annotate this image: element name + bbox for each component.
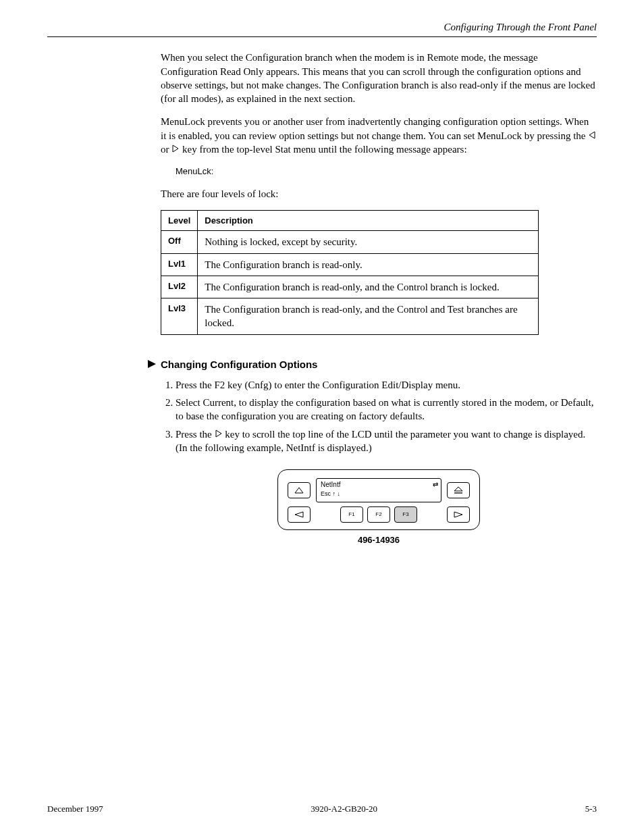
- menulock-levels-table: Level Description Off Nothing is locked,…: [161, 210, 539, 335]
- desc-cell: Nothing is locked, except by security.: [198, 231, 539, 253]
- triangle-right-outline-icon: [454, 511, 463, 518]
- svg-marker-1: [173, 145, 178, 152]
- panel-up-button: [288, 482, 311, 498]
- footer-date: December 1997: [47, 803, 103, 815]
- triangle-right-outline-icon: [171, 144, 180, 156]
- menulock-message: MenuLck:: [176, 165, 597, 178]
- table-header-row: Level Description: [161, 210, 539, 231]
- desc-cell: The Configuration branch is read-only.: [198, 253, 539, 276]
- svg-marker-4: [295, 488, 303, 493]
- panel-f3-button: F3: [394, 506, 417, 523]
- f3-label: F3: [402, 512, 408, 517]
- svg-marker-2: [148, 360, 156, 368]
- triangle-left-outline-icon: [588, 130, 596, 142]
- panel-caption: 496-14936: [161, 534, 597, 546]
- svg-marker-3: [216, 430, 221, 437]
- step-3: Press the key to scroll the top line of …: [176, 427, 597, 455]
- lcd-line-1: NetIntf: [321, 480, 437, 490]
- triangle-left-outline-icon: [294, 511, 304, 518]
- lcd-screen: NetIntf Esc ↑ ↓ ⇄: [316, 478, 441, 502]
- panel-f2-button: F2: [367, 506, 390, 523]
- f1-label: F1: [348, 512, 354, 517]
- step-1: Press the F2 key (Cnfg) to enter the Con…: [176, 378, 597, 392]
- header-rule: [47, 36, 597, 37]
- step-2: Select Current, to display the configura…: [176, 396, 597, 423]
- menulock-paragraph-2: There are four levels of lock:: [161, 187, 597, 201]
- svg-marker-8: [454, 512, 462, 517]
- svg-marker-0: [589, 132, 595, 138]
- menulock-p1-b: or: [161, 144, 171, 155]
- desc-cell: The Configuration branch is read-only, a…: [198, 298, 539, 335]
- step-3-b: key to scroll the top line of the LCD un…: [176, 429, 585, 453]
- triangle-right-outline-icon: [215, 429, 223, 441]
- table-row: Lvl2 The Configuration branch is read-on…: [161, 276, 539, 298]
- table-row: Lvl3 The Configuration branch is read-on…: [161, 298, 539, 335]
- svg-marker-5: [454, 487, 462, 491]
- step-3-a: Press the: [176, 429, 215, 440]
- level-cell: Lvl3: [161, 298, 198, 335]
- panel-f1-button: F1: [340, 506, 363, 523]
- footer-page-number: 5-3: [585, 803, 597, 815]
- menulock-paragraph-1: MenuLock prevents you or another user fr…: [161, 115, 597, 156]
- lcd-symbol: ⇄: [433, 480, 438, 490]
- footer-doc-id: 3920-A2-GB20-20: [311, 803, 377, 815]
- table-row: Off Nothing is locked, except by securit…: [161, 231, 539, 253]
- panel-eject-button: [447, 482, 470, 498]
- menulock-p1-c: key from the top-level Stat menu until t…: [182, 144, 467, 155]
- menulock-p1-a: MenuLock prevents you or another user fr…: [161, 116, 589, 140]
- play-icon: [147, 359, 157, 369]
- table-header-description: Description: [198, 210, 539, 231]
- lcd-panel-diagram: NetIntf Esc ↑ ↓ ⇄: [277, 469, 480, 530]
- triangle-up-icon: [294, 487, 304, 494]
- level-cell: Off: [161, 231, 198, 253]
- changing-steps-list: Press the F2 key (Cnfg) to enter the Con…: [161, 378, 597, 454]
- svg-marker-7: [295, 512, 303, 517]
- changing-heading-text: Changing Configuration Options: [161, 359, 317, 370]
- table-header-level: Level: [161, 210, 198, 231]
- lcd-line-2: Esc ↑ ↓: [321, 490, 437, 498]
- intro-paragraph: When you select the Configuration branch…: [161, 51, 597, 105]
- changing-options-heading: Changing Configuration Options: [161, 358, 597, 371]
- panel-right-button: [447, 506, 470, 523]
- f2-label: F2: [375, 512, 381, 517]
- page-header-title: Configuring Through the Front Panel: [47, 20, 597, 34]
- table-row: Lvl1 The Configuration branch is read-on…: [161, 253, 539, 276]
- page-footer: December 1997 3920-A2-GB20-20 5-3: [47, 803, 597, 815]
- level-cell: Lvl2: [161, 276, 198, 298]
- level-cell: Lvl1: [161, 253, 198, 276]
- desc-cell: The Configuration branch is read-only, a…: [198, 276, 539, 298]
- panel-left-button: [288, 506, 311, 523]
- eject-icon: [454, 486, 463, 494]
